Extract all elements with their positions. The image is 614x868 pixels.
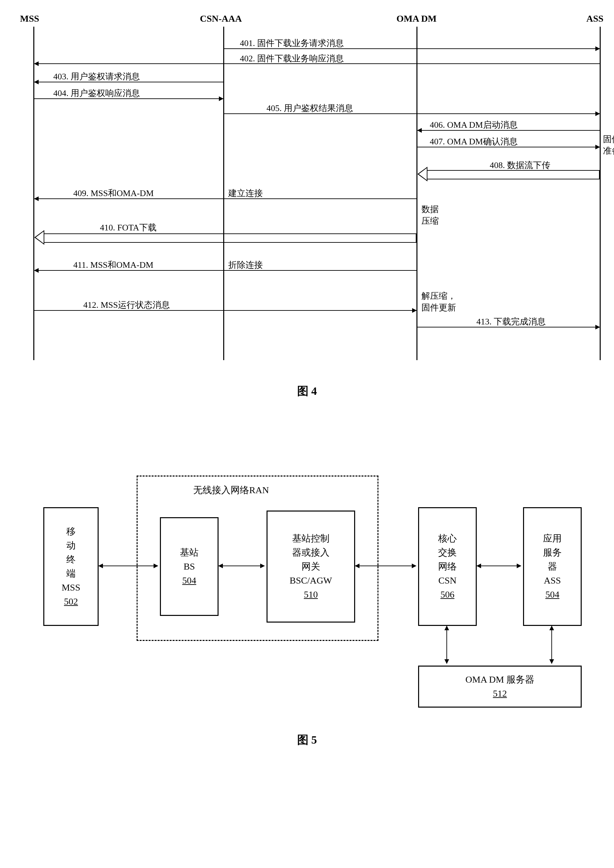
box-csn-l3: CSN [419, 574, 476, 588]
box-csn-id: 506 [419, 588, 476, 602]
arrow-csn-ass [477, 566, 521, 566]
participant-mss: MSS [20, 13, 39, 24]
note-decompress: 解压缩， 固件更新 [422, 290, 456, 313]
box-oma-id: 512 [419, 687, 581, 701]
box-bsc-l1: 器或接入 [268, 546, 354, 560]
participant-oma: OMA DM [397, 13, 437, 24]
arrow-csn-oma [447, 626, 447, 664]
figure-5-caption: 图 5 [13, 732, 601, 748]
box-mss-id: 502 [44, 594, 98, 608]
box-bsc-l0: 基站控制 [268, 532, 354, 546]
msg-410: 410. FOTA下载 [100, 222, 157, 233]
figure-4-sequence-diagram: MSS CSN-AAA OMA DM ASS 401. 固件下载业务请求消息 4… [33, 13, 581, 373]
msg-405: 405. 用户鉴权结果消息 [267, 103, 353, 114]
box-csn-l1: 交换 [419, 546, 476, 560]
box-ass-l2: 器 [524, 560, 581, 574]
note-firmware-prepare: 固件 准备 [603, 134, 614, 157]
box-ass-l3: ASS [524, 574, 581, 588]
msg-409b: 建立连接 [228, 187, 263, 199]
msg-402: 402. 固件下载业务响应消息 [240, 53, 344, 64]
arrow-410-hollow [34, 233, 416, 241]
box-mss: 移 动 终 端 MSS 502 [43, 507, 99, 626]
box-mss-l4: MSS [44, 580, 98, 594]
msg-411b: 折除连接 [228, 259, 263, 271]
note-data-compress: 数据 压缩 [422, 204, 439, 227]
arrow-mss-bs [99, 566, 158, 566]
box-bsc-l2: 网关 [268, 560, 354, 574]
msg-409a: 409. MSS和OMA-DM [73, 187, 154, 199]
msg-406: 406. OMA DM启动消息 [430, 119, 518, 131]
box-mss-l1: 动 [44, 538, 98, 552]
box-bsc: 基站控制 器或接入 网关 BSC/AGW 510 [267, 510, 355, 622]
box-csn: 核心 交换 网络 CSN 506 [418, 507, 477, 626]
box-ass-l1: 服务 [524, 546, 581, 560]
box-mss-l2: 终 [44, 552, 98, 566]
box-oma: OMA DM 服务器 512 [418, 666, 582, 708]
box-ass-l0: 应用 [524, 532, 581, 546]
arrow-ass-oma [551, 626, 552, 664]
msg-413: 413. 下载完成消息 [476, 316, 546, 327]
box-mss-l0: 移 [44, 524, 98, 538]
box-oma-l0: OMA DM 服务器 [419, 673, 581, 687]
box-mss-l3: 端 [44, 566, 98, 580]
box-bs-l1: BS [161, 560, 217, 574]
box-bs-l0: 基站 [161, 546, 217, 560]
arrow-bs-bsc [219, 566, 265, 566]
ran-label: 无线接入网络RAN [193, 484, 269, 496]
msg-411a: 411. MSS和OMA-DM [73, 259, 153, 271]
box-ass-id: 504 [524, 588, 581, 602]
arrow-bsc-csn [355, 566, 416, 566]
msg-408: 408. 数据流下传 [490, 159, 550, 171]
participant-ass: ASS [586, 13, 603, 24]
figure-5-block-diagram: 无线接入网络RAN 移 动 终 端 MSS 502 基站 BS 504 基站控制… [33, 469, 581, 722]
lifeline-ass [600, 27, 601, 360]
box-bsc-id: 510 [268, 588, 354, 602]
participant-csn: CSN-AAA [200, 13, 242, 24]
box-bs-id: 504 [161, 574, 217, 588]
box-ass: 应用 服务 器 ASS 504 [523, 507, 582, 626]
box-csn-l0: 核心 [419, 532, 476, 546]
arrow-408-hollow [417, 170, 600, 178]
msg-407: 407. OMA DM确认消息 [430, 136, 518, 148]
msg-401: 401. 固件下载业务请求消息 [240, 37, 344, 49]
figure-4-caption: 图 4 [13, 383, 601, 399]
box-csn-l2: 网络 [419, 560, 476, 574]
msg-412: 412. MSS运行状态消息 [83, 299, 170, 311]
msg-404: 404. 用户鉴权响应消息 [53, 87, 140, 99]
box-bs: 基站 BS 504 [160, 517, 219, 616]
box-bsc-l3: BSC/AGW [268, 574, 354, 588]
msg-403: 403. 用户鉴权请求消息 [53, 71, 140, 82]
